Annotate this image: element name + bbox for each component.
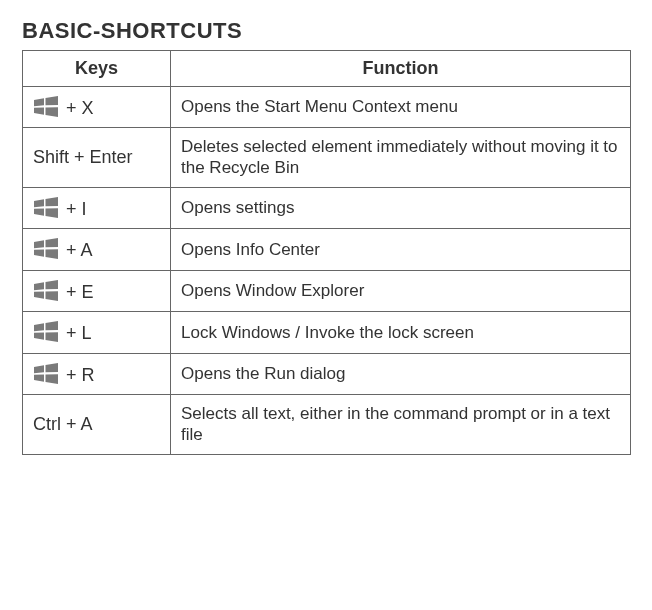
col-header-keys: Keys — [23, 51, 171, 87]
windows-logo-icon — [33, 362, 59, 384]
function-cell: Selects all text, either in the command … — [171, 395, 631, 455]
keys-cell: + I — [23, 187, 171, 229]
keys-cell: Ctrl + A — [23, 395, 171, 455]
keys-cell: + E — [23, 270, 171, 312]
svg-marker-23 — [46, 374, 59, 384]
svg-marker-15 — [46, 291, 59, 301]
keys-text: + I — [66, 199, 87, 219]
keys-cell: + L — [23, 312, 171, 354]
keys-text: + X — [66, 98, 94, 118]
function-cell: Opens Info Center — [171, 229, 631, 271]
windows-logo-icon — [33, 279, 59, 301]
svg-marker-2 — [34, 107, 44, 114]
function-cell: Lock Windows / Invoke the lock screen — [171, 312, 631, 354]
function-cell: Opens settings — [171, 187, 631, 229]
svg-marker-7 — [46, 208, 59, 218]
keys-cell: + R — [23, 353, 171, 395]
svg-marker-4 — [34, 199, 44, 207]
svg-marker-13 — [46, 280, 59, 289]
svg-marker-22 — [34, 374, 44, 381]
table-row: + ROpens the Run dialog — [23, 353, 631, 395]
function-cell: Opens Window Explorer — [171, 270, 631, 312]
function-cell: Opens the Start Menu Context menu — [171, 86, 631, 128]
svg-marker-9 — [46, 238, 59, 247]
keys-text: Shift + Enter — [33, 147, 133, 167]
svg-marker-14 — [34, 291, 44, 298]
windows-logo-icon — [33, 320, 59, 342]
table-row: + XOpens the Start Menu Context menu — [23, 86, 631, 128]
table-row: Shift + EnterDeletes selected element im… — [23, 128, 631, 188]
svg-marker-5 — [46, 197, 59, 206]
function-cell: Opens the Run dialog — [171, 353, 631, 395]
shortcuts-table: Keys Function + XOpens the Start Menu Co… — [22, 50, 631, 455]
col-header-function: Function — [171, 51, 631, 87]
table-header-row: Keys Function — [23, 51, 631, 87]
keys-text: + L — [66, 323, 92, 343]
windows-logo-icon — [33, 196, 59, 218]
svg-marker-0 — [34, 98, 44, 106]
svg-marker-10 — [34, 250, 44, 257]
keys-text: + E — [66, 282, 94, 302]
svg-marker-19 — [46, 332, 59, 342]
svg-marker-21 — [46, 363, 59, 372]
keys-cell: Shift + Enter — [23, 128, 171, 188]
svg-marker-12 — [34, 282, 44, 290]
svg-marker-16 — [34, 323, 44, 331]
svg-marker-11 — [46, 249, 59, 259]
table-row: + EOpens Window Explorer — [23, 270, 631, 312]
svg-marker-18 — [34, 333, 44, 340]
svg-marker-1 — [46, 96, 59, 105]
windows-logo-icon — [33, 95, 59, 117]
table-row: + AOpens Info Center — [23, 229, 631, 271]
svg-marker-3 — [46, 107, 59, 117]
windows-logo-icon — [33, 237, 59, 259]
keys-cell: + A — [23, 229, 171, 271]
table-row: Ctrl + ASelects all text, either in the … — [23, 395, 631, 455]
function-cell: Deletes selected element immediately wit… — [171, 128, 631, 188]
page-title: BASIC-SHORTCUTS — [22, 18, 630, 44]
table-row: + LLock Windows / Invoke the lock screen — [23, 312, 631, 354]
keys-text: + R — [66, 365, 95, 385]
keys-text: Ctrl + A — [33, 414, 93, 434]
svg-marker-8 — [34, 240, 44, 248]
keys-cell: + X — [23, 86, 171, 128]
table-row: + IOpens settings — [23, 187, 631, 229]
keys-text: + A — [66, 240, 93, 260]
svg-marker-17 — [46, 321, 59, 330]
svg-marker-20 — [34, 365, 44, 373]
svg-marker-6 — [34, 208, 44, 215]
